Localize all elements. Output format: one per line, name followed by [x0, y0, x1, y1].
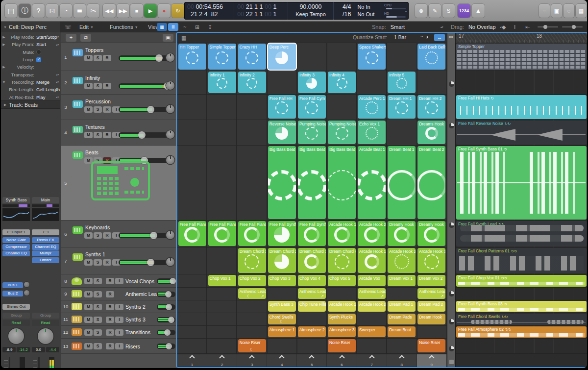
group-button[interactable]: Group — [2, 313, 30, 319]
grid-cell[interactable]: Free Fall Piano — [208, 221, 236, 246]
grid-cell[interactable]: Anthemic Lead☾↗ — [238, 288, 266, 299]
inspector-param-playmode[interactable]: ▶Play Mode:Start/Stop▴▾ — [1, 33, 60, 41]
output-button[interactable]: Stereo Out — [2, 304, 30, 310]
plugin-slot[interactable]: Limiter — [32, 257, 59, 263]
grid-cell[interactable]: Free Fall HH — [268, 95, 296, 119]
param-stepper[interactable]: ▴▾ — [56, 81, 59, 83]
marquee-icon[interactable]: ⊞ — [195, 23, 199, 31]
input-monitor-button[interactable]: I — [115, 304, 123, 310]
param-stepper[interactable]: ▴▾ — [56, 96, 59, 99]
solo-button[interactable]: S — [94, 132, 102, 138]
record-button[interactable]: ● — [158, 4, 171, 18]
cycle-button[interactable]: ↻ — [172, 4, 184, 18]
add-track-button[interactable]: + — [66, 34, 76, 42]
send-slot[interactable]: Bus 1 — [2, 282, 23, 288]
grid-cell[interactable]: Arcade Hook 2 — [388, 248, 416, 273]
track-name[interactable]: Transitions — [125, 329, 150, 335]
grid-cell[interactable]: Reverse Noise — [268, 121, 296, 144]
grid-cell[interactable]: Space Shakers — [358, 44, 386, 70]
catch-icon[interactable]: ↧ — [208, 23, 212, 31]
duplicate-track-button[interactable]: ⧉ — [80, 34, 91, 42]
param-stepper[interactable]: ▴▾ — [56, 36, 59, 38]
grid-cell[interactable]: Crazy HH — [238, 44, 266, 70]
grid-cell[interactable]: Atmosphere 2 — [298, 326, 326, 337]
track-name[interactable]: Percussion — [85, 99, 111, 104]
track-name[interactable]: Risers — [125, 344, 140, 349]
track-header-synths-1[interactable]: 7Synths 1MSRI — [61, 247, 177, 274]
grid-cell[interactable]: Laid Back Bells — [417, 44, 445, 70]
grid-cell[interactable]: Big Bass Beat 1 — [268, 146, 296, 219]
grid-cell[interactable]: Dream Beat 2 — [417, 146, 445, 219]
vertical-zoom-icon[interactable]: Ⅰ — [514, 23, 515, 31]
grid-cell[interactable]: Dream Vox 1 — [388, 275, 416, 286]
vertical-zoom-slider[interactable] — [538, 26, 558, 27]
rewind-button[interactable]: ◀◀ — [103, 4, 116, 18]
record-enable-button[interactable]: R — [106, 304, 114, 310]
horizontal-zoom-icon[interactable]: ⇤ — [525, 23, 530, 31]
grid-cell[interactable]: Arcade Hook 1 — [328, 221, 356, 246]
solo-button[interactable]: S — [94, 329, 102, 336]
volume-slider[interactable] — [157, 344, 175, 349]
replace-icon[interactable]: ⊗ — [415, 4, 427, 18]
inspector-param-transpose[interactable]: Transpose:▴▾ — [1, 71, 60, 78]
plugin-slot[interactable]: Noise Gate — [2, 237, 30, 243]
track-name[interactable]: Toppers — [85, 47, 103, 53]
grid-cell[interactable]: Dream HH 2 — [417, 95, 445, 119]
input-monitor-button[interactable]: I — [115, 329, 123, 336]
track-header-toppers[interactable]: 1ToppersMSR — [61, 43, 177, 71]
plugin-slot[interactable]: Compressor — [2, 244, 30, 250]
grid-cell[interactable]: Free Fall Piano — [238, 221, 266, 246]
grid-cell[interactable]: Infinity 4 — [328, 72, 356, 93]
solo-button[interactable]: S — [94, 259, 102, 266]
solo-button[interactable]: S — [94, 343, 102, 349]
param-stepper[interactable]: ▴▾ — [56, 74, 59, 76]
volume-slider[interactable] — [157, 330, 175, 335]
track-name[interactable]: Synths 3 — [125, 317, 146, 322]
solo-button[interactable]: S — [94, 278, 102, 284]
scene-trigger-2[interactable]: 2 — [207, 354, 237, 367]
grid-cell[interactable]: Chord Swells☾ — [268, 314, 296, 324]
grid-cell[interactable]: Chop Vox 3 — [268, 275, 296, 286]
scene-trigger-4[interactable]: 4 — [267, 354, 297, 367]
midi-in-icon[interactable]: ☏ — [65, 23, 72, 31]
solo-button[interactable]: S — [94, 304, 102, 310]
lcd-signature[interactable]: 4/4 /16 — [334, 2, 354, 20]
send-knob[interactable] — [24, 290, 29, 296]
rows-view-toggle[interactable]: ≣ — [168, 23, 178, 31]
track-name[interactable]: Textures — [85, 124, 105, 130]
input-monitor-button[interactable]: I — [115, 343, 123, 349]
plugin-slot[interactable]: Multipr — [32, 250, 59, 256]
track-header-percussion[interactable]: 3PercussionMSRI — [61, 95, 177, 120]
track-header-beats[interactable]: 5BeatsMSRI — [61, 146, 177, 221]
track-name[interactable]: Infinity — [85, 75, 100, 81]
solo-button[interactable]: S — [94, 232, 102, 239]
loop-browser-icon[interactable]: ◌ — [564, 4, 574, 18]
mute-button[interactable]: M — [84, 232, 93, 239]
grid-cell[interactable]: Dream Chord 2 — [268, 248, 296, 273]
grid-cell[interactable]: Simple Topper — [208, 44, 236, 70]
menu-functions[interactable]: Functions▼ — [110, 23, 138, 31]
grid-cell[interactable]: Echo Vox 1 — [358, 121, 386, 144]
param-value[interactable]: Start/Stop — [36, 34, 57, 40]
plugin-slot[interactable]: Channel EQ — [2, 250, 30, 256]
grid-cell[interactable]: Dream Pad 1 — [388, 301, 416, 312]
grid-cell[interactable]: Chip Tune Fills — [298, 301, 326, 312]
track-name[interactable]: Keyboards — [85, 224, 110, 230]
inspector-param-rec-length[interactable]: Rec-Length:Cell Length▴▾ — [1, 86, 60, 93]
step-input-icon[interactable]: ▦ — [181, 34, 186, 42]
media-browser-icon[interactable]: ▦ — [576, 4, 587, 18]
scene-trigger-1[interactable]: 1 — [177, 354, 207, 367]
inspector-param-mute[interactable]: Mute: — [1, 49, 60, 56]
record-enable-button[interactable]: R — [106, 291, 114, 297]
grid-cell[interactable]: Dream Beat 1 — [388, 146, 416, 219]
track-name[interactable]: Synths 1 — [85, 251, 105, 257]
solo-icon[interactable]: S — [442, 4, 455, 18]
list-editors-icon[interactable]: ≡ — [539, 4, 550, 18]
region-free-fall-atmosphere-02[interactable]: Free Fall Atmosphere 02↻↻ — [456, 326, 587, 338]
note-pads-icon[interactable]: ▣ — [551, 4, 562, 18]
grid-cell[interactable]: Arcade Hook 2 — [358, 301, 386, 312]
grid-cell[interactable]: Big Bass Beat 3 — [328, 146, 356, 219]
plugin-slot[interactable]: Remix FX — [32, 237, 59, 243]
grid-cell[interactable]: Pumping Noise — [328, 121, 356, 144]
grid-cell[interactable]: Free Fall Synth — [298, 221, 326, 246]
